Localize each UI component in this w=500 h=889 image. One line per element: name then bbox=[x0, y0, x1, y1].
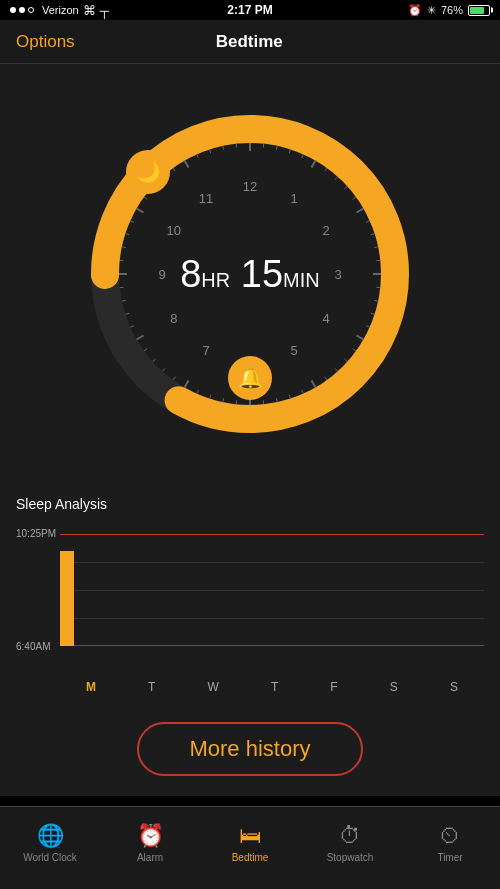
clock-num-3: 3 bbox=[334, 267, 341, 282]
svg-line-15 bbox=[374, 247, 378, 248]
svg-line-44 bbox=[125, 313, 129, 314]
svg-line-13 bbox=[366, 221, 370, 223]
svg-line-27 bbox=[312, 381, 316, 388]
svg-line-43 bbox=[130, 326, 134, 328]
chart-bottom-line bbox=[60, 645, 484, 646]
svg-line-4 bbox=[276, 146, 277, 150]
svg-line-10 bbox=[344, 186, 347, 189]
status-left: Verizon ⌘︎ ┬ bbox=[10, 3, 109, 18]
day-W: W bbox=[208, 680, 219, 694]
day-labels: M T W T F S S bbox=[16, 676, 484, 702]
svg-line-40 bbox=[153, 359, 156, 362]
wifi-icon: ⌘︎ bbox=[83, 3, 96, 18]
svg-line-50 bbox=[125, 234, 129, 235]
svg-line-53 bbox=[144, 197, 147, 199]
svg-line-56 bbox=[173, 168, 175, 171]
svg-line-14 bbox=[371, 234, 375, 235]
timer-label: Timer bbox=[437, 852, 462, 863]
svg-line-24 bbox=[344, 359, 347, 362]
svg-line-58 bbox=[197, 154, 199, 158]
min-unit: MIN bbox=[283, 269, 320, 291]
svg-line-52 bbox=[137, 209, 144, 213]
svg-line-51 bbox=[130, 221, 134, 223]
svg-line-25 bbox=[335, 368, 338, 371]
svg-line-37 bbox=[185, 381, 189, 388]
sleep-handle[interactable]: 🌙 bbox=[126, 150, 170, 194]
svg-line-45 bbox=[122, 300, 126, 301]
clock-num-11: 11 bbox=[199, 190, 213, 205]
clock-num-5: 5 bbox=[290, 343, 297, 358]
svg-line-57 bbox=[185, 161, 189, 168]
nav-bar: Options Bedtime bbox=[0, 20, 500, 64]
world-clock-label: World Clock bbox=[23, 852, 77, 863]
clock-num-4: 4 bbox=[323, 311, 330, 326]
svg-line-5 bbox=[289, 149, 290, 153]
nav-title: Bedtime bbox=[216, 32, 283, 52]
svg-line-28 bbox=[302, 390, 304, 394]
sleep-analysis-section: Sleep Analysis 10:25PM 6:40AM M T W T F … bbox=[0, 484, 500, 702]
tab-world-clock[interactable]: 🌐 World Clock bbox=[0, 823, 100, 863]
svg-line-35 bbox=[210, 395, 211, 399]
chart-grid bbox=[60, 534, 484, 646]
sleep-analysis-label: Sleep Analysis bbox=[16, 496, 484, 512]
wake-handle[interactable]: 🔔 bbox=[228, 356, 272, 400]
bedtime-icon: 🛏 bbox=[239, 823, 261, 849]
dot-1 bbox=[10, 7, 16, 13]
chart-top-time: 10:25PM bbox=[16, 528, 56, 539]
svg-line-22 bbox=[357, 336, 364, 340]
minutes-value: 15 bbox=[241, 253, 283, 295]
clock-container: // Generate ticks programmatically in th… bbox=[0, 64, 500, 484]
svg-line-26 bbox=[325, 377, 327, 380]
svg-line-19 bbox=[374, 300, 378, 301]
clock-num-8: 8 bbox=[170, 311, 177, 326]
day-T1: T bbox=[148, 680, 155, 694]
tab-bedtime[interactable]: 🛏 Bedtime bbox=[200, 823, 300, 863]
status-right: ⏰ ✳ 76% bbox=[408, 4, 490, 17]
clock-num-9: 9 bbox=[158, 267, 165, 282]
dot-3 bbox=[28, 7, 34, 13]
tab-alarm[interactable]: ⏰ Alarm bbox=[100, 823, 200, 863]
svg-line-38 bbox=[173, 377, 175, 380]
day-T2: T bbox=[271, 680, 278, 694]
bell-icon: 🔔 bbox=[238, 366, 263, 390]
status-bar: Verizon ⌘︎ ┬ 2:17 PM ⏰ ✳ 76% bbox=[0, 0, 500, 20]
clock-num-2: 2 bbox=[323, 223, 330, 238]
svg-line-30 bbox=[276, 398, 277, 402]
svg-line-42 bbox=[137, 336, 144, 340]
hours-value: 8 bbox=[180, 253, 201, 295]
clock-num-7: 7 bbox=[202, 343, 209, 358]
day-M: M bbox=[86, 680, 96, 694]
chart-bottom-time: 6:40AM bbox=[16, 641, 50, 652]
day-S1: S bbox=[390, 680, 398, 694]
day-F: F bbox=[330, 680, 337, 694]
tab-stopwatch[interactable]: ⏱ Stopwatch bbox=[300, 823, 400, 863]
more-history-button[interactable]: More history bbox=[137, 722, 362, 776]
clock-num-1: 1 bbox=[290, 190, 297, 205]
svg-line-21 bbox=[366, 326, 370, 328]
carrier-label: Verizon bbox=[42, 4, 79, 16]
options-button[interactable]: Options bbox=[16, 32, 75, 52]
svg-line-7 bbox=[312, 161, 316, 168]
svg-line-9 bbox=[335, 177, 338, 180]
tab-timer[interactable]: ⏲ Timer bbox=[400, 823, 500, 863]
chart-area: 10:25PM 6:40AM bbox=[16, 516, 484, 676]
stopwatch-icon: ⏱ bbox=[339, 823, 361, 849]
battery-fill bbox=[470, 7, 484, 14]
bedtime-label: Bedtime bbox=[232, 852, 269, 863]
moon-icon: 🌙 bbox=[136, 160, 161, 184]
dot-2 bbox=[19, 7, 25, 13]
grid-line-3 bbox=[60, 618, 484, 619]
clock-num-12: 12 bbox=[243, 179, 257, 194]
signal-dots bbox=[10, 7, 34, 13]
svg-line-49 bbox=[122, 247, 126, 248]
grid-line-2 bbox=[60, 590, 484, 591]
status-time: 2:17 PM bbox=[227, 3, 272, 17]
time-display: 8HR 15MIN bbox=[180, 253, 320, 296]
svg-line-20 bbox=[371, 313, 375, 314]
alarm-label: Alarm bbox=[137, 852, 163, 863]
clock-num-10: 10 bbox=[167, 223, 181, 238]
svg-line-59 bbox=[210, 149, 211, 153]
svg-line-60 bbox=[223, 146, 224, 150]
bluetooth-icon: ✳ bbox=[427, 4, 436, 17]
chart-bar-monday bbox=[60, 551, 74, 646]
